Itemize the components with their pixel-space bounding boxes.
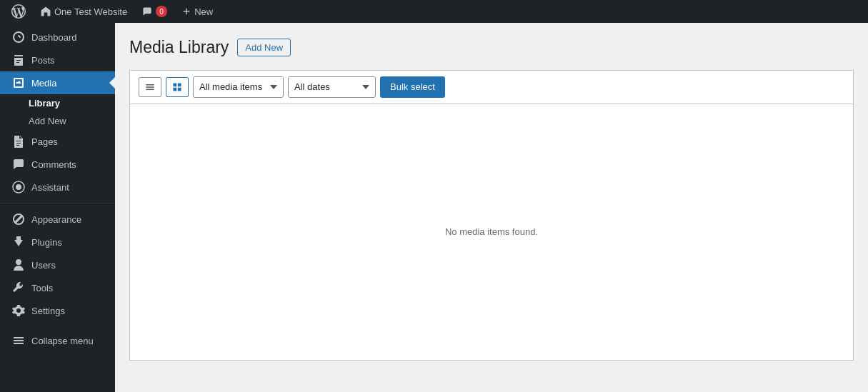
new-content-link[interactable]: New bbox=[176, 0, 219, 23]
sidebar-item-assistant[interactable]: Assistant bbox=[0, 176, 115, 198]
sidebar-item-dashboard-label: Dashboard bbox=[31, 32, 77, 43]
plugins-icon bbox=[11, 235, 26, 249]
submenu-add-new-label: Add New bbox=[29, 116, 66, 126]
appearance-icon bbox=[11, 212, 26, 226]
sidebar-item-dashboard[interactable]: Dashboard bbox=[0, 26, 115, 49]
main-layout: Dashboard Posts Media Library bbox=[0, 23, 868, 392]
home-icon bbox=[40, 6, 51, 17]
admin-bar: One Test Website 0 New bbox=[0, 0, 868, 23]
sidebar-item-plugins-label: Plugins bbox=[31, 237, 62, 248]
comments-count: 0 bbox=[156, 6, 167, 17]
sidebar-item-media[interactable]: Media bbox=[0, 71, 115, 94]
collapse-menu-label: Collapse menu bbox=[31, 336, 94, 346]
settings-icon bbox=[11, 303, 26, 318]
sidebar-item-pages[interactable]: Pages bbox=[0, 130, 115, 153]
sidebar-item-comments-label: Comments bbox=[31, 159, 76, 170]
sidebar-item-pages-label: Pages bbox=[31, 136, 58, 147]
content-inner: Media Library Add New All media items bbox=[115, 23, 868, 375]
media-content-area: No media items found. bbox=[129, 104, 854, 361]
collapse-menu-button[interactable]: Collapse menu bbox=[0, 328, 115, 353]
sidebar-item-posts[interactable]: Posts bbox=[0, 49, 115, 71]
sidebar-item-settings-label: Settings bbox=[31, 306, 65, 316]
assistant-icon bbox=[11, 180, 26, 194]
content-area: Media Library Add New All media items bbox=[115, 23, 868, 392]
wp-logo-icon bbox=[11, 4, 26, 19]
sidebar-item-settings[interactable]: Settings bbox=[0, 299, 115, 322]
sidebar-item-tools-label: Tools bbox=[31, 283, 53, 293]
sidebar-item-appearance-label: Appearance bbox=[31, 214, 81, 225]
sidebar-menu: Dashboard Posts Media Library bbox=[0, 23, 115, 325]
site-name-label: One Test Website bbox=[54, 6, 127, 17]
dashboard-icon bbox=[11, 30, 26, 44]
sidebar-item-users-label: Users bbox=[31, 260, 56, 271]
sidebar-submenu-library[interactable]: Library bbox=[0, 94, 115, 112]
media-icon bbox=[11, 76, 26, 90]
sidebar-submenu-add-new[interactable]: Add New bbox=[0, 112, 115, 130]
list-view-button[interactable] bbox=[139, 77, 161, 97]
page-header: Media Library Add New bbox=[129, 37, 854, 59]
no-items-message: No media items found. bbox=[445, 226, 538, 237]
library-label: Library bbox=[29, 98, 60, 109]
sidebar-item-appearance[interactable]: Appearance bbox=[0, 208, 115, 231]
sidebar-comments-icon bbox=[11, 157, 26, 171]
sidebar: Dashboard Posts Media Library bbox=[0, 23, 115, 392]
filter-dates-select[interactable]: All dates January 2024 February 2024 bbox=[288, 76, 376, 98]
active-arrow bbox=[109, 77, 115, 89]
sidebar-item-plugins[interactable]: Plugins bbox=[0, 231, 115, 253]
sidebar-item-users[interactable]: Users bbox=[0, 253, 115, 276]
sidebar-item-posts-label: Posts bbox=[31, 55, 55, 66]
add-new-button[interactable]: Add New bbox=[237, 39, 291, 56]
bulk-select-button[interactable]: Bulk select bbox=[380, 76, 445, 98]
wp-logo-link[interactable] bbox=[6, 0, 31, 23]
sidebar-item-comments[interactable]: Comments bbox=[0, 153, 115, 176]
users-icon bbox=[11, 258, 26, 272]
media-submenu: Library Add New bbox=[0, 94, 115, 130]
comments-link[interactable]: 0 bbox=[136, 0, 173, 23]
grid-view-icon bbox=[171, 81, 183, 93]
sidebar-separator bbox=[0, 203, 115, 203]
pages-icon bbox=[11, 134, 26, 149]
tools-icon bbox=[11, 281, 26, 295]
sidebar-item-tools[interactable]: Tools bbox=[0, 276, 115, 299]
new-label: New bbox=[194, 6, 213, 17]
page-title: Media Library bbox=[129, 37, 229, 59]
plus-icon bbox=[181, 6, 191, 16]
media-toolbar: All media items Images Audio Video Docum… bbox=[129, 70, 854, 104]
posts-icon bbox=[11, 53, 26, 67]
grid-view-button[interactable] bbox=[166, 77, 189, 97]
sidebar-item-media-label: Media bbox=[31, 78, 56, 89]
list-view-icon bbox=[144, 81, 156, 93]
collapse-icon bbox=[11, 333, 26, 348]
sidebar-item-assistant-label: Assistant bbox=[31, 182, 69, 193]
filter-media-select[interactable]: All media items Images Audio Video Docum… bbox=[193, 76, 284, 98]
site-name-link[interactable]: One Test Website bbox=[34, 0, 133, 23]
comments-icon bbox=[141, 6, 153, 17]
